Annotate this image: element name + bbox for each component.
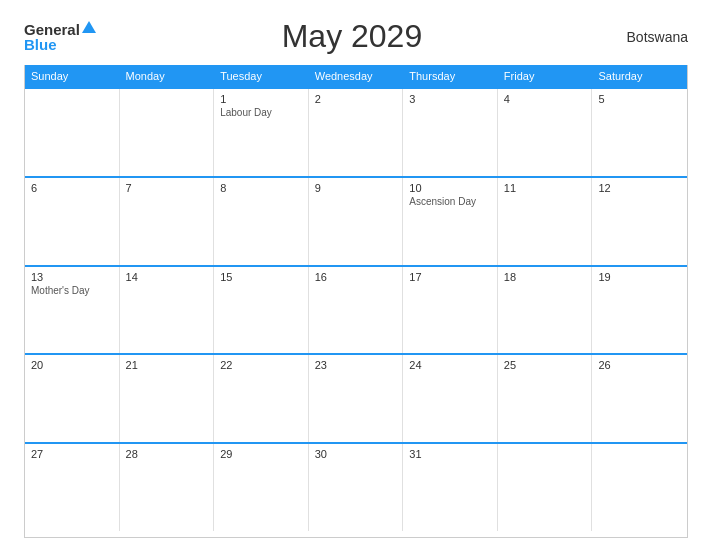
day-cell: 23 [309,355,404,442]
header-sunday: Sunday [25,65,120,87]
day-cell: 31 [403,444,498,531]
day-number: 28 [126,448,208,460]
holiday-label: Ascension Day [409,196,491,207]
day-cell: 25 [498,355,593,442]
day-cell: 13Mother's Day [25,267,120,354]
week-row-2: 678910Ascension Day1112 [25,176,687,265]
day-number: 9 [315,182,397,194]
day-number: 13 [31,271,113,283]
day-cell: 1Labour Day [214,89,309,176]
day-cell: 14 [120,267,215,354]
weeks-container: 1Labour Day2345678910Ascension Day111213… [25,87,687,531]
day-cell: 11 [498,178,593,265]
day-cell: 22 [214,355,309,442]
day-cell: 7 [120,178,215,265]
day-cell: 21 [120,355,215,442]
day-cell: 28 [120,444,215,531]
day-cell: 4 [498,89,593,176]
day-cell [120,89,215,176]
day-cell: 6 [25,178,120,265]
day-number: 5 [598,93,681,105]
holiday-label: Labour Day [220,107,302,118]
day-cell: 8 [214,178,309,265]
day-number: 10 [409,182,491,194]
day-number: 6 [31,182,113,194]
week-row-1: 1Labour Day2345 [25,87,687,176]
day-number: 26 [598,359,681,371]
day-cell: 18 [498,267,593,354]
day-number: 12 [598,182,681,194]
day-number: 1 [220,93,302,105]
week-row-4: 20212223242526 [25,353,687,442]
header-wednesday: Wednesday [309,65,404,87]
week-row-5: 2728293031 [25,442,687,531]
day-number: 8 [220,182,302,194]
day-number: 16 [315,271,397,283]
week-row-3: 13Mother's Day141516171819 [25,265,687,354]
day-number: 23 [315,359,397,371]
day-number: 4 [504,93,586,105]
header-thursday: Thursday [403,65,498,87]
header-monday: Monday [120,65,215,87]
calendar-title: May 2029 [282,18,423,55]
holiday-label: Mother's Day [31,285,113,296]
day-cell: 10Ascension Day [403,178,498,265]
logo-general-text: General [24,22,80,37]
day-cell: 16 [309,267,404,354]
day-number: 14 [126,271,208,283]
day-cell: 30 [309,444,404,531]
day-number: 22 [220,359,302,371]
day-number: 31 [409,448,491,460]
day-cell: 15 [214,267,309,354]
logo: General Blue [24,22,96,52]
day-number: 11 [504,182,586,194]
day-cell: 27 [25,444,120,531]
logo-blue-text: Blue [24,37,96,52]
day-number: 29 [220,448,302,460]
day-number: 15 [220,271,302,283]
day-number: 18 [504,271,586,283]
day-cell: 17 [403,267,498,354]
day-number: 17 [409,271,491,283]
header-saturday: Saturday [592,65,687,87]
header: General Blue May 2029 Botswana [24,18,688,55]
day-number: 24 [409,359,491,371]
day-number: 27 [31,448,113,460]
day-cell: 19 [592,267,687,354]
day-number: 3 [409,93,491,105]
region-label: Botswana [608,29,688,45]
calendar-grid: Sunday Monday Tuesday Wednesday Thursday… [24,65,688,538]
day-number: 30 [315,448,397,460]
day-headers-row: Sunday Monday Tuesday Wednesday Thursday… [25,65,687,87]
day-cell: 20 [25,355,120,442]
day-cell [25,89,120,176]
day-cell: 3 [403,89,498,176]
day-cell: 5 [592,89,687,176]
day-number: 25 [504,359,586,371]
day-cell: 26 [592,355,687,442]
day-cell: 24 [403,355,498,442]
day-cell: 12 [592,178,687,265]
day-number: 20 [31,359,113,371]
day-number: 21 [126,359,208,371]
day-cell [498,444,593,531]
day-cell [592,444,687,531]
calendar-page: General Blue May 2029 Botswana Sunday Mo… [0,0,712,550]
day-cell: 29 [214,444,309,531]
header-tuesday: Tuesday [214,65,309,87]
day-number: 19 [598,271,681,283]
day-cell: 2 [309,89,404,176]
day-number: 7 [126,182,208,194]
logo-triangle-icon [82,21,96,33]
day-number: 2 [315,93,397,105]
day-cell: 9 [309,178,404,265]
header-friday: Friday [498,65,593,87]
